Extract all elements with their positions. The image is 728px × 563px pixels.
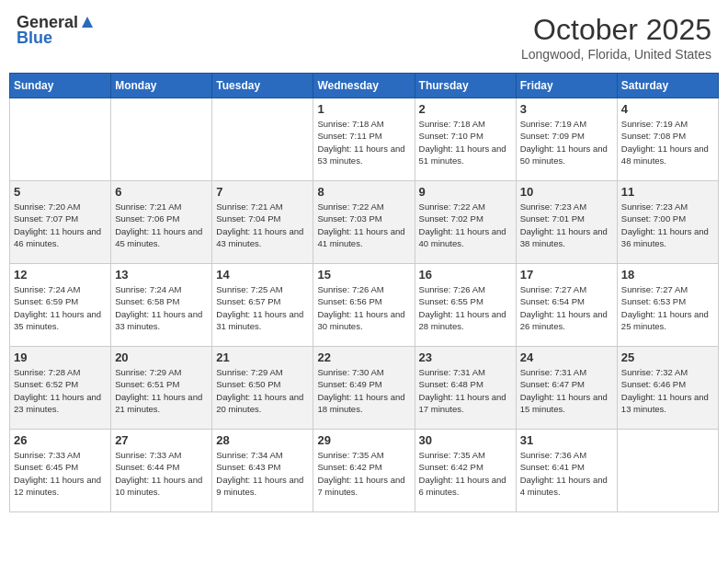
cell-info-line: Sunset: 6:58 PM: [115, 295, 208, 307]
cell-info-line: Daylight: 11 hours and 35 minutes.: [14, 308, 107, 333]
cell-info-line: Daylight: 11 hours and 33 minutes.: [115, 308, 208, 333]
calendar-cell-0-5: 3Sunrise: 7:19 AMSunset: 7:09 PMDaylight…: [516, 98, 617, 181]
cell-info-line: Sunrise: 7:29 AM: [115, 366, 208, 378]
cell-info-line: Daylight: 11 hours and 45 minutes.: [115, 225, 208, 250]
day-number: 29: [317, 433, 410, 447]
cell-info-line: Daylight: 11 hours and 40 minutes.: [419, 225, 512, 250]
cell-info-line: Sunset: 7:02 PM: [419, 213, 512, 224]
cell-info-line: Sunset: 6:46 PM: [621, 378, 714, 390]
cell-info-line: Daylight: 11 hours and 31 minutes.: [216, 308, 309, 333]
cell-info-line: Daylight: 11 hours and 51 minutes.: [419, 143, 512, 167]
calendar-cell-1-1: 6Sunrise: 7:21 AMSunset: 7:06 PMDaylight…: [111, 181, 212, 264]
cell-info-line: Sunrise: 7:33 AM: [115, 449, 208, 461]
svg-marker-0: [82, 17, 93, 28]
calendar-cell-2-3: 15Sunrise: 7:26 AMSunset: 6:56 PMDayligh…: [313, 264, 415, 347]
calendar-cell-3-0: 19Sunrise: 7:28 AMSunset: 6:52 PMDayligh…: [10, 347, 111, 430]
logo-blue-text: Blue: [17, 29, 52, 48]
cell-info-line: Sunset: 7:11 PM: [317, 130, 410, 142]
logo: General Blue: [17, 13, 94, 48]
calendar-cell-2-2: 14Sunrise: 7:25 AMSunset: 6:57 PMDayligh…: [212, 264, 313, 347]
day-number: 7: [216, 185, 309, 199]
cell-info-line: Sunrise: 7:26 AM: [419, 283, 512, 295]
day-number: 6: [115, 185, 208, 199]
day-number: 16: [419, 268, 512, 282]
calendar-cell-4-4: 30Sunrise: 7:35 AMSunset: 6:42 PMDayligh…: [415, 430, 516, 512]
cell-info-line: Sunrise: 7:31 AM: [520, 366, 613, 378]
calendar-cell-1-3: 8Sunrise: 7:22 AMSunset: 7:03 PMDaylight…: [313, 181, 415, 264]
day-number: 1: [317, 102, 410, 116]
cell-info-line: Sunrise: 7:35 AM: [317, 449, 410, 461]
cell-info-line: Sunset: 6:43 PM: [216, 461, 309, 473]
cell-info-line: Sunset: 6:57 PM: [216, 295, 309, 307]
cell-info-line: Sunrise: 7:23 AM: [520, 201, 613, 213]
calendar-cell-4-1: 27Sunrise: 7:33 AMSunset: 6:44 PMDayligh…: [111, 430, 212, 512]
cell-info-line: Sunrise: 7:33 AM: [14, 449, 107, 461]
cell-info-line: Daylight: 11 hours and 13 minutes.: [621, 391, 714, 416]
day-number: 21: [216, 350, 309, 364]
day-number: 27: [115, 433, 208, 447]
cell-info-line: Sunrise: 7:29 AM: [216, 366, 309, 378]
page-header: General Blue October 2025 Longwood, Flor…: [9, 9, 719, 65]
day-number: 15: [317, 268, 410, 282]
cell-info-line: Daylight: 11 hours and 9 minutes.: [216, 474, 309, 499]
cell-info-line: Daylight: 11 hours and 7 minutes.: [317, 474, 410, 499]
calendar-cell-1-5: 10Sunrise: 7:23 AMSunset: 7:01 PMDayligh…: [516, 181, 617, 264]
month-title: October 2025: [521, 13, 711, 47]
cell-info-line: Sunset: 7:04 PM: [216, 213, 309, 224]
calendar-cell-4-6: [617, 430, 718, 512]
day-number: 26: [14, 433, 107, 447]
cell-info-line: Sunrise: 7:23 AM: [621, 201, 714, 213]
cell-info-line: Sunset: 6:42 PM: [419, 461, 512, 473]
cell-info-line: Daylight: 11 hours and 48 minutes.: [621, 143, 714, 167]
day-number: 24: [520, 350, 613, 364]
day-number: 18: [621, 268, 714, 282]
calendar-cell-3-6: 25Sunrise: 7:32 AMSunset: 6:46 PMDayligh…: [617, 347, 718, 430]
cell-info-line: Daylight: 11 hours and 38 minutes.: [520, 225, 613, 250]
calendar-cell-3-4: 23Sunrise: 7:31 AMSunset: 6:48 PMDayligh…: [415, 347, 516, 430]
cell-info-line: Daylight: 11 hours and 46 minutes.: [14, 225, 107, 250]
cell-info-line: Sunset: 7:09 PM: [520, 130, 613, 142]
cell-info-line: Sunrise: 7:24 AM: [14, 283, 107, 295]
cell-info-line: Daylight: 11 hours and 28 minutes.: [419, 308, 512, 333]
calendar-cell-3-1: 20Sunrise: 7:29 AMSunset: 6:51 PMDayligh…: [111, 347, 212, 430]
cell-info-line: Daylight: 11 hours and 20 minutes.: [216, 391, 309, 416]
cell-info-line: Daylight: 11 hours and 50 minutes.: [520, 143, 613, 167]
cell-info-line: Daylight: 11 hours and 18 minutes.: [317, 391, 410, 416]
week-row-5: 26Sunrise: 7:33 AMSunset: 6:45 PMDayligh…: [10, 430, 719, 512]
logo-triangle-icon: [81, 16, 94, 32]
day-number: 3: [520, 102, 613, 116]
calendar-cell-0-0: [10, 98, 111, 181]
cell-info-line: Sunset: 6:55 PM: [419, 295, 512, 307]
cell-info-line: Daylight: 11 hours and 12 minutes.: [14, 474, 107, 499]
cell-info-line: Sunrise: 7:25 AM: [216, 283, 309, 295]
cell-info-line: Sunrise: 7:35 AM: [419, 449, 512, 461]
week-row-2: 5Sunrise: 7:20 AMSunset: 7:07 PMDaylight…: [10, 181, 719, 264]
cell-info-line: Sunrise: 7:28 AM: [14, 366, 107, 378]
days-header-row: Sunday Monday Tuesday Wednesday Thursday…: [10, 74, 719, 98]
cell-info-line: Daylight: 11 hours and 17 minutes.: [419, 391, 512, 416]
cell-info-line: Sunset: 7:08 PM: [621, 130, 714, 142]
cell-info-line: Daylight: 11 hours and 21 minutes.: [115, 391, 208, 416]
cell-info-line: Sunset: 6:56 PM: [317, 295, 410, 307]
cell-info-line: Sunrise: 7:18 AM: [317, 118, 410, 130]
cell-info-line: Sunrise: 7:26 AM: [317, 283, 410, 295]
calendar-table: Sunday Monday Tuesday Wednesday Thursday…: [9, 73, 719, 512]
calendar-cell-1-0: 5Sunrise: 7:20 AMSunset: 7:07 PMDaylight…: [10, 181, 111, 264]
day-number: 10: [520, 185, 613, 199]
cell-info-line: Daylight: 11 hours and 6 minutes.: [419, 474, 512, 499]
cell-info-line: Sunset: 7:07 PM: [14, 213, 107, 224]
calendar-cell-4-5: 31Sunrise: 7:36 AMSunset: 6:41 PMDayligh…: [516, 430, 617, 512]
header-thursday: Thursday: [415, 74, 516, 98]
day-number: 12: [14, 268, 107, 282]
day-number: 28: [216, 433, 309, 447]
cell-info-line: Daylight: 11 hours and 25 minutes.: [621, 308, 714, 333]
calendar-cell-2-6: 18Sunrise: 7:27 AMSunset: 6:53 PMDayligh…: [617, 264, 718, 347]
location-text: Longwood, Florida, United States: [521, 47, 711, 62]
day-number: 14: [216, 268, 309, 282]
calendar-cell-0-2: [212, 98, 313, 181]
calendar-cell-0-4: 2Sunrise: 7:18 AMSunset: 7:10 PMDaylight…: [415, 98, 516, 181]
cell-info-line: Sunrise: 7:22 AM: [317, 201, 410, 213]
cell-info-line: Sunrise: 7:27 AM: [621, 283, 714, 295]
calendar-cell-2-1: 13Sunrise: 7:24 AMSunset: 6:58 PMDayligh…: [111, 264, 212, 347]
cell-info-line: Sunset: 6:48 PM: [419, 378, 512, 390]
